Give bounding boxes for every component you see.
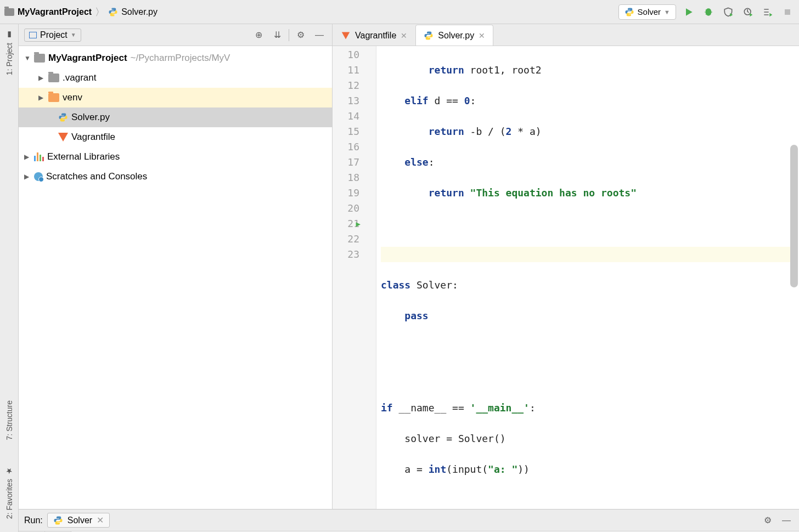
python-file-icon <box>58 112 68 122</box>
chevron-right-icon: ▶ <box>38 94 45 101</box>
breadcrumb-file: Solver.py <box>121 7 157 17</box>
vagrant-icon <box>58 133 68 142</box>
tree-scratches[interactable]: ▶ Scratches and Consoles <box>19 167 332 186</box>
collapse-all-icon[interactable]: ⇊ <box>270 28 284 42</box>
folder-icon <box>34 54 45 63</box>
tree-file-vagrantfile[interactable]: Vagrantfile <box>19 127 332 147</box>
breadcrumb[interactable]: MyVagrantProject 〉 Solver.py <box>4 5 157 19</box>
run-header: Run: Solver ✕ ⚙ — <box>19 510 799 531</box>
code-editor[interactable]: 10 11 12 13 14 15 16 17 18 19 20 21 22 2… <box>333 46 799 509</box>
run-gutter-icon[interactable]: ▶ <box>356 216 361 231</box>
tree-external-libs[interactable]: ▶ External Libraries <box>19 147 332 167</box>
python-file-icon <box>424 31 434 41</box>
python-file-icon <box>108 7 118 17</box>
svg-point-0 <box>111 9 112 10</box>
code-body[interactable]: return root1, root2 elif d == 0: return … <box>376 46 799 509</box>
tab-structure[interactable]: 7: Structure <box>3 398 16 442</box>
sidebar-header: Project ▼ ⊕ ⇊ ⚙ — <box>19 24 332 46</box>
run-tool-window: Run: Solver ✕ ⚙ — ▤ 📌 ↑ ↓ ⤶ ⤓ 🖶 <box>19 509 799 532</box>
run-label: Run: <box>24 516 43 525</box>
chevron-right-icon: ▶ <box>24 153 31 161</box>
svg-point-1 <box>114 14 115 15</box>
python-icon <box>624 7 634 17</box>
tab-vagrantfile[interactable]: Vagrantfile ✕ <box>333 25 415 46</box>
svg-rect-3 <box>785 9 790 15</box>
chevron-right-icon: ▶ <box>24 173 31 180</box>
close-icon[interactable]: ✕ <box>401 31 407 40</box>
libraries-icon <box>34 152 44 161</box>
stop-button[interactable] <box>780 5 795 19</box>
vagrant-icon <box>342 32 350 39</box>
tree-file-solver[interactable]: Solver.py <box>19 107 332 127</box>
debug-button[interactable] <box>701 5 716 19</box>
gear-icon[interactable]: ⚙ <box>761 513 775 528</box>
run-button[interactable] <box>682 5 696 19</box>
folder-icon <box>48 73 59 82</box>
left-tool-strip: 1: Project ▮ 7: Structure 2: Favorites ★ <box>0 24 19 532</box>
folder-icon: ▮ <box>5 31 14 39</box>
scratches-icon <box>34 172 43 181</box>
chevron-right-icon: ▶ <box>38 74 45 82</box>
locate-icon[interactable]: ⊕ <box>251 28 266 42</box>
editor-pane: Vagrantfile ✕ Solver.py ✕ 10 11 12 13 14… <box>333 24 799 509</box>
gear-icon[interactable]: ⚙ <box>294 28 308 42</box>
hide-icon[interactable]: — <box>779 513 794 528</box>
tree-folder-venv[interactable]: ▶ venv <box>19 88 332 107</box>
tab-favorites[interactable]: 2: Favorites ★ <box>3 465 16 521</box>
project-sidebar: Project ▼ ⊕ ⇊ ⚙ — ▼ MyVagrantProject ~/P… <box>19 24 333 509</box>
breadcrumb-project: MyVagrantProject <box>18 7 92 17</box>
tab-solver[interactable]: Solver.py ✕ <box>415 25 493 46</box>
gutter[interactable]: 10 11 12 13 14 15 16 17 18 19 20 21 22 2… <box>333 46 376 509</box>
tree-folder-vagrant[interactable]: ▶ .vagrant <box>19 68 332 88</box>
folder-icon <box>4 8 14 16</box>
close-icon[interactable]: ✕ <box>97 515 104 525</box>
run-config-selector[interactable]: Solver ▼ <box>618 4 676 20</box>
top-toolbar: MyVagrantProject 〉 Solver.py Solver ▼ <box>0 0 799 24</box>
profile-button[interactable] <box>741 5 755 19</box>
project-view-selector[interactable]: Project ▼ <box>24 29 81 42</box>
editor-tabs: Vagrantfile ✕ Solver.py ✕ <box>333 24 799 46</box>
star-icon: ★ <box>5 467 14 476</box>
python-icon <box>53 516 63 525</box>
tree-root[interactable]: ▼ MyVagrantProject ~/PycharmProjects/MyV <box>19 48 332 68</box>
hide-icon[interactable]: — <box>312 28 327 42</box>
vertical-scrollbar[interactable] <box>790 73 798 503</box>
run-tab[interactable]: Solver ✕ <box>47 513 110 528</box>
folder-icon <box>48 93 59 102</box>
chevron-down-icon: ▼ <box>664 9 670 15</box>
chevron-down-icon: ▼ <box>71 32 76 38</box>
chevron-right-icon: 〉 <box>95 5 105 19</box>
tab-project[interactable]: 1: Project ▮ <box>3 29 16 77</box>
window-icon <box>29 32 37 38</box>
close-icon[interactable]: ✕ <box>479 31 485 40</box>
project-tree[interactable]: ▼ MyVagrantProject ~/PycharmProjects/MyV… <box>19 46 332 509</box>
run-config-name: Solver <box>638 7 661 16</box>
chevron-down-icon: ▼ <box>24 54 31 62</box>
concurrency-button[interactable] <box>761 5 775 19</box>
coverage-button[interactable] <box>721 5 735 19</box>
